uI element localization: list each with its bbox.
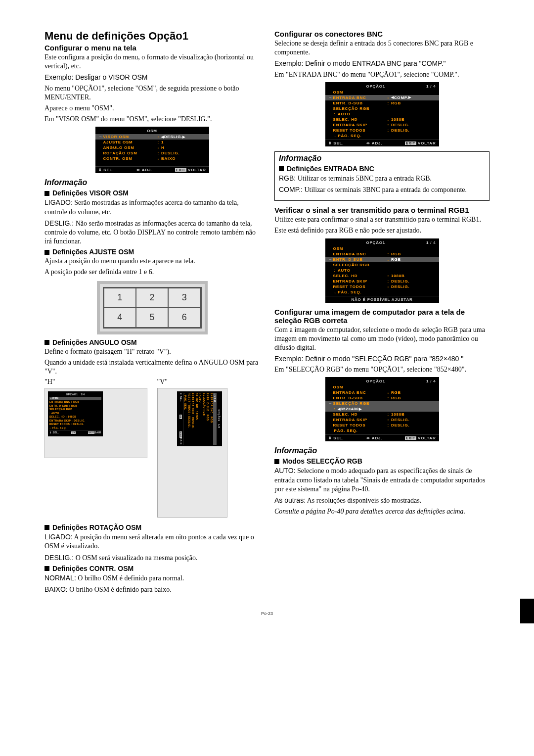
section-rgb-select: Configurar uma imagem de computador para…: [274, 308, 490, 325]
def-modos-rgb: Modos SELECÇÃO RGB: [274, 457, 490, 465]
body-text: Este está definido para RGB e não pode s…: [274, 226, 490, 235]
body-text: Ajusta a posição do menu quando este apa…: [44, 257, 260, 266]
info-heading: Informação: [44, 178, 260, 187]
section-rgb1: Verificar o sinal a ser transmitido para…: [274, 206, 490, 214]
body-text: LIGADO: Serão mostradas as informações a…: [44, 198, 260, 216]
body-text: DESLIG.: Não serão mostradas as informaç…: [44, 219, 260, 246]
body-text: NORMAL: O brilho OSM é definido para nor…: [44, 573, 260, 583]
body-text: Em "SELECÇÃO RGB" do menu "OPÇÃO1", sele…: [274, 365, 490, 374]
osd-opcao1-rgb-select: OPÇÃO11 / 4 OSM ENTRADA BNC:RGB ENTR. D-…: [325, 377, 439, 441]
body-text: DESLIG.: O OSM será visualizado na mesma…: [44, 553, 260, 563]
page-number: Po-23: [44, 611, 490, 616]
body-text: Com a imagem de computador, selecione o …: [274, 326, 490, 353]
body-text: Em "ENTRADA BNC" do menu "OPÇÃO1", selec…: [274, 70, 490, 79]
body-text: A posição pode ser definida entre 1 e 6.: [44, 268, 260, 277]
section-configurar-menu: Configurar o menu na tela: [44, 44, 260, 52]
body-text: No menu "OPÇÃO1", selecione "OSM", de se…: [44, 84, 260, 102]
body-text: LIGADO: A posição do menu será alterada …: [44, 532, 260, 551]
hv-illustration: "H" OPÇÃO1 1/4 →OSM ENTRADA BNC : RGB EN…: [44, 378, 260, 518]
left-column: Menu de definições Opção1 Configurar o m…: [44, 30, 260, 596]
body-text: As outras: As resoluções disponíveis são…: [274, 496, 490, 505]
body-text: BAIXO: O brilho OSM é definido para baix…: [44, 585, 260, 594]
body-text: Em "VISOR OSM" do menu "OSM", selecione …: [44, 115, 260, 124]
body-text: RGB: Utilizar os terminais 5BNC para a e…: [279, 174, 485, 183]
body-text: Define o formato (paisagem "H" retrato "…: [44, 347, 260, 356]
body-text: Este configura a posição do menu, o form…: [44, 53, 260, 71]
body-text-italic: Consulte a página Po-40 para detalhes ac…: [274, 507, 490, 516]
example-text: Exemplo: Definir o modo "SELECÇÃO RGB" p…: [274, 354, 490, 363]
info-heading: Informação: [274, 446, 490, 455]
section-bnc: Configurar os conectores BNC: [274, 30, 490, 38]
body-text: Quando a unidade está instalada vertical…: [44, 358, 260, 376]
osd-menu-osm: OSM →VISOR OSM:◀DESLIG.▶ AJUSTE OSM:1 AN…: [95, 127, 209, 173]
def-contr-osm: Definições CONTR. OSM: [44, 565, 260, 572]
info-heading: Informação: [279, 154, 485, 163]
body-text: Selecione se deseja definir a entrada do…: [274, 39, 490, 57]
body-text: Aparece o menu "OSM".: [44, 104, 260, 113]
example-text: Exemplo: Desligar o VISOR OSM: [44, 73, 260, 82]
side-tab: [520, 599, 534, 623]
body-text: Utilize este para confirmar o sinal a se…: [274, 215, 490, 224]
osd-opcao1-dsub: OPÇÃO11 / 4 OSM ENTRADA BNC:RGB →ENTR. D…: [325, 238, 439, 303]
position-grid: 1 2 3 4 5 6: [97, 281, 208, 334]
osd-opcao1-bnc: OPÇÃO11 / 4 OSM →ENTRADA BNC:◀COMP.▶ ENT…: [325, 82, 439, 146]
example-text: Exemplo: Definir o modo ENTRADA BNC para…: [274, 59, 490, 68]
main-title: Menu de definições Opção1: [44, 30, 260, 43]
body-text: AUTO: Selecione o modo adequado para as …: [274, 466, 490, 494]
def-ajuste-osm: Definições AJUSTE OSM: [44, 248, 260, 256]
info-box-bnc: Informação Definições ENTRADA BNC RGB: U…: [274, 151, 490, 201]
def-rotacao-osm: Definições ROTAÇÃO OSM: [44, 523, 260, 531]
body-text: COMP.: Utilizar os terminais 3BNC para a…: [279, 185, 485, 194]
def-entrada-bnc: Definições ENTRADA BNC: [279, 165, 485, 173]
def-angulo-osm: Definições ANGULO OSM: [44, 338, 260, 346]
screen-v: OPÇÃO1 1/4 →OSM ENTRADA BNC : RGB ENTR. …: [157, 388, 227, 518]
def-visor-osm: Definições VISOR OSM: [44, 189, 260, 197]
screen-h: OPÇÃO1 1/4 →OSM ENTRADA BNC : RGB ENTR. …: [44, 388, 147, 458]
right-column: Configurar os conectores BNC Selecione s…: [274, 30, 490, 596]
